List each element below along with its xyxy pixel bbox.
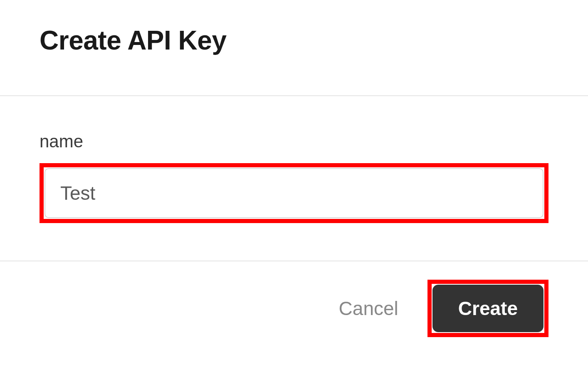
create-button[interactable]: Create (432, 285, 544, 332)
name-field-label: name (40, 132, 548, 151)
dialog-footer: Cancel Create (0, 261, 588, 355)
dialog-title: Create API Key (40, 25, 548, 56)
name-input[interactable] (44, 168, 544, 218)
input-highlight-annotation (40, 163, 548, 223)
create-api-key-dialog: Create API Key name Cancel Create (0, 0, 588, 355)
dialog-body: name (0, 96, 588, 261)
dialog-header: Create API Key (0, 0, 588, 96)
cancel-button[interactable]: Cancel (335, 289, 403, 328)
create-button-highlight-annotation: Create (427, 280, 548, 337)
